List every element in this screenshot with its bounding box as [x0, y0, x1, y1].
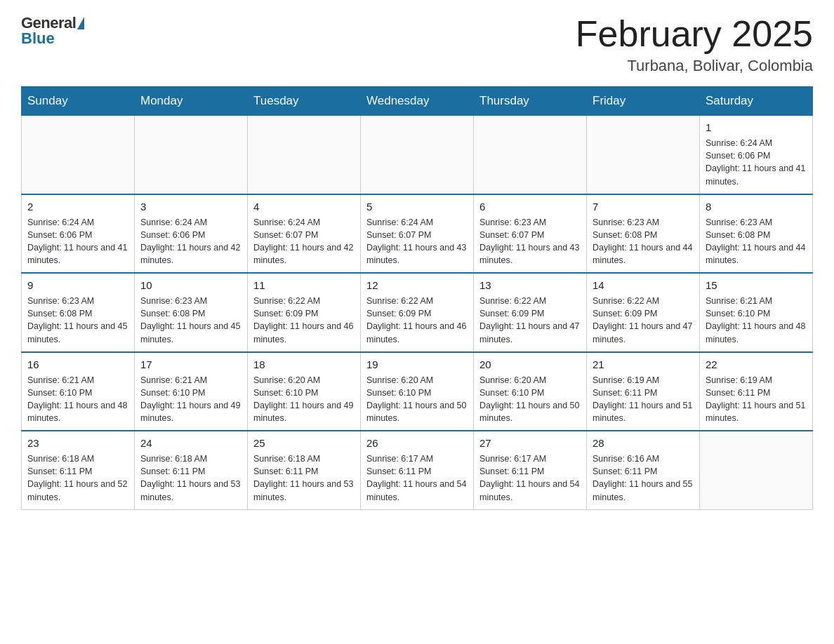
day-number: 7	[593, 199, 694, 214]
calendar-week-row: 16Sunrise: 6:21 AM Sunset: 6:10 PM Dayli…	[22, 352, 813, 431]
day-number: 27	[479, 436, 581, 450]
calendar-cell: 24Sunrise: 6:18 AM Sunset: 6:11 PM Dayli…	[135, 431, 248, 509]
calendar-cell	[361, 116, 474, 194]
calendar-cell: 7Sunrise: 6:23 AM Sunset: 6:08 PM Daylig…	[587, 194, 700, 274]
day-sun-info: Sunrise: 6:24 AM Sunset: 6:06 PM Dayligh…	[706, 137, 807, 188]
day-number: 24	[140, 436, 241, 450]
day-sun-info: Sunrise: 6:23 AM Sunset: 6:08 PM Dayligh…	[27, 295, 128, 346]
day-number: 16	[27, 357, 128, 372]
day-number: 6	[479, 199, 581, 214]
day-number: 11	[253, 278, 355, 293]
calendar-cell: 16Sunrise: 6:21 AM Sunset: 6:10 PM Dayli…	[22, 352, 135, 431]
calendar-table: SundayMondayTuesdayWednesdayThursdayFrid…	[21, 86, 813, 510]
calendar-cell: 19Sunrise: 6:20 AM Sunset: 6:10 PM Dayli…	[361, 352, 474, 431]
page-header: General Blue February 2025 Turbana, Boli…	[21, 14, 813, 75]
day-number: 5	[366, 199, 468, 214]
day-number: 28	[593, 436, 694, 450]
calendar-week-row: 9Sunrise: 6:23 AM Sunset: 6:08 PM Daylig…	[22, 273, 813, 352]
day-sun-info: Sunrise: 6:18 AM Sunset: 6:11 PM Dayligh…	[27, 452, 128, 504]
weekday-header-saturday: Saturday	[700, 87, 813, 116]
calendar-cell: 12Sunrise: 6:22 AM Sunset: 6:09 PM Dayli…	[361, 273, 474, 352]
title-block: February 2025 Turbana, Bolivar, Colombia	[576, 14, 813, 75]
day-sun-info: Sunrise: 6:20 AM Sunset: 6:10 PM Dayligh…	[366, 374, 468, 425]
day-sun-info: Sunrise: 6:22 AM Sunset: 6:09 PM Dayligh…	[253, 295, 355, 346]
calendar-cell	[587, 116, 700, 194]
day-number: 3	[140, 199, 241, 214]
day-sun-info: Sunrise: 6:21 AM Sunset: 6:10 PM Dayligh…	[27, 374, 128, 425]
calendar-cell: 23Sunrise: 6:18 AM Sunset: 6:11 PM Dayli…	[22, 431, 135, 509]
day-sun-info: Sunrise: 6:16 AM Sunset: 6:11 PM Dayligh…	[593, 452, 694, 504]
day-sun-info: Sunrise: 6:21 AM Sunset: 6:10 PM Dayligh…	[706, 295, 807, 346]
day-number: 21	[593, 357, 694, 372]
calendar-cell: 26Sunrise: 6:17 AM Sunset: 6:11 PM Dayli…	[361, 431, 474, 509]
day-sun-info: Sunrise: 6:19 AM Sunset: 6:11 PM Dayligh…	[593, 374, 694, 425]
calendar-cell: 27Sunrise: 6:17 AM Sunset: 6:11 PM Dayli…	[474, 431, 587, 509]
day-sun-info: Sunrise: 6:24 AM Sunset: 6:06 PM Dayligh…	[140, 216, 241, 267]
calendar-cell: 6Sunrise: 6:23 AM Sunset: 6:07 PM Daylig…	[474, 194, 587, 274]
location-title: Turbana, Bolivar, Colombia	[576, 57, 813, 75]
calendar-cell: 1Sunrise: 6:24 AM Sunset: 6:06 PM Daylig…	[700, 116, 813, 194]
day-number: 9	[27, 278, 128, 293]
calendar-cell: 15Sunrise: 6:21 AM Sunset: 6:10 PM Dayli…	[700, 273, 813, 352]
calendar-cell: 10Sunrise: 6:23 AM Sunset: 6:08 PM Dayli…	[135, 273, 248, 352]
calendar-cell: 8Sunrise: 6:23 AM Sunset: 6:08 PM Daylig…	[700, 194, 813, 274]
calendar-cell: 13Sunrise: 6:22 AM Sunset: 6:09 PM Dayli…	[474, 273, 587, 352]
day-sun-info: Sunrise: 6:22 AM Sunset: 6:09 PM Dayligh…	[366, 295, 468, 346]
logo-blue-text: Blue	[21, 29, 55, 48]
calendar-cell: 5Sunrise: 6:24 AM Sunset: 6:07 PM Daylig…	[361, 194, 474, 274]
day-sun-info: Sunrise: 6:22 AM Sunset: 6:09 PM Dayligh…	[593, 295, 694, 346]
day-sun-info: Sunrise: 6:24 AM Sunset: 6:07 PM Dayligh…	[253, 216, 355, 267]
weekday-header-friday: Friday	[587, 87, 700, 116]
calendar-cell: 21Sunrise: 6:19 AM Sunset: 6:11 PM Dayli…	[587, 352, 700, 431]
calendar-cell: 11Sunrise: 6:22 AM Sunset: 6:09 PM Dayli…	[248, 273, 361, 352]
day-sun-info: Sunrise: 6:23 AM Sunset: 6:07 PM Dayligh…	[479, 216, 581, 267]
day-sun-info: Sunrise: 6:21 AM Sunset: 6:10 PM Dayligh…	[140, 374, 241, 425]
weekday-header-sunday: Sunday	[22, 87, 135, 116]
day-number: 13	[479, 278, 581, 293]
day-sun-info: Sunrise: 6:24 AM Sunset: 6:06 PM Dayligh…	[27, 216, 128, 267]
day-number: 10	[140, 278, 241, 293]
calendar-cell: 25Sunrise: 6:18 AM Sunset: 6:11 PM Dayli…	[248, 431, 361, 509]
weekday-header-tuesday: Tuesday	[248, 87, 361, 116]
day-sun-info: Sunrise: 6:23 AM Sunset: 6:08 PM Dayligh…	[140, 295, 241, 346]
day-sun-info: Sunrise: 6:17 AM Sunset: 6:11 PM Dayligh…	[366, 452, 468, 504]
day-sun-info: Sunrise: 6:23 AM Sunset: 6:08 PM Dayligh…	[593, 216, 694, 267]
day-number: 18	[253, 357, 355, 372]
calendar-cell: 3Sunrise: 6:24 AM Sunset: 6:06 PM Daylig…	[135, 194, 248, 274]
day-sun-info: Sunrise: 6:22 AM Sunset: 6:09 PM Dayligh…	[479, 295, 581, 346]
day-sun-info: Sunrise: 6:20 AM Sunset: 6:10 PM Dayligh…	[479, 374, 581, 425]
day-sun-info: Sunrise: 6:19 AM Sunset: 6:11 PM Dayligh…	[706, 374, 807, 425]
weekday-header-monday: Monday	[135, 87, 248, 116]
calendar-header-row: SundayMondayTuesdayWednesdayThursdayFrid…	[22, 87, 813, 116]
calendar-cell: 20Sunrise: 6:20 AM Sunset: 6:10 PM Dayli…	[474, 352, 587, 431]
calendar-cell: 14Sunrise: 6:22 AM Sunset: 6:09 PM Dayli…	[587, 273, 700, 352]
calendar-cell	[135, 116, 248, 194]
day-number: 19	[366, 357, 468, 372]
month-title: February 2025	[576, 14, 813, 54]
calendar-week-row: 23Sunrise: 6:18 AM Sunset: 6:11 PM Dayli…	[22, 431, 813, 509]
day-number: 12	[366, 278, 468, 293]
day-number: 14	[593, 278, 694, 293]
day-sun-info: Sunrise: 6:18 AM Sunset: 6:11 PM Dayligh…	[140, 452, 241, 504]
calendar-cell	[22, 116, 135, 194]
calendar-cell	[248, 116, 361, 194]
calendar-cell: 4Sunrise: 6:24 AM Sunset: 6:07 PM Daylig…	[248, 194, 361, 274]
weekday-header-thursday: Thursday	[474, 87, 587, 116]
day-number: 17	[140, 357, 241, 372]
weekday-header-wednesday: Wednesday	[361, 87, 474, 116]
calendar-week-row: 2Sunrise: 6:24 AM Sunset: 6:06 PM Daylig…	[22, 194, 813, 274]
calendar-week-row: 1Sunrise: 6:24 AM Sunset: 6:06 PM Daylig…	[22, 116, 813, 194]
day-sun-info: Sunrise: 6:24 AM Sunset: 6:07 PM Dayligh…	[366, 216, 468, 267]
day-sun-info: Sunrise: 6:23 AM Sunset: 6:08 PM Dayligh…	[706, 216, 807, 267]
calendar-cell	[700, 431, 813, 509]
day-sun-info: Sunrise: 6:17 AM Sunset: 6:11 PM Dayligh…	[479, 452, 581, 504]
day-number: 22	[706, 357, 807, 372]
day-sun-info: Sunrise: 6:18 AM Sunset: 6:11 PM Dayligh…	[253, 452, 355, 504]
day-number: 23	[27, 436, 128, 450]
day-sun-info: Sunrise: 6:20 AM Sunset: 6:10 PM Dayligh…	[253, 374, 355, 425]
calendar-cell: 28Sunrise: 6:16 AM Sunset: 6:11 PM Dayli…	[587, 431, 700, 509]
calendar-cell: 22Sunrise: 6:19 AM Sunset: 6:11 PM Dayli…	[700, 352, 813, 431]
calendar-cell	[474, 116, 587, 194]
day-number: 1	[706, 120, 807, 135]
day-number: 20	[479, 357, 581, 372]
